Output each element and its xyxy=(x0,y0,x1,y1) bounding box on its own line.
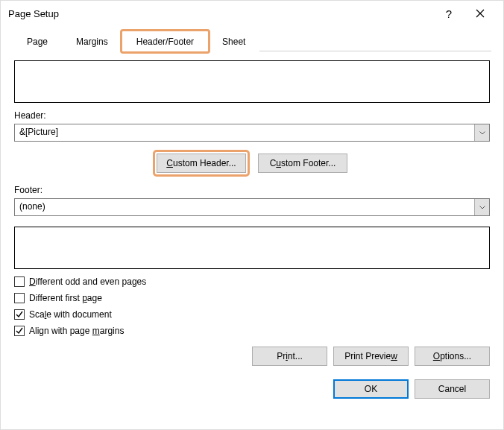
dialog-buttons-row: OK Cancel xyxy=(14,379,490,399)
footer-preview xyxy=(14,227,490,269)
check-row-scale[interactable]: Scale with document xyxy=(14,306,490,323)
check-row-diff-first[interactable]: Different first page xyxy=(14,290,490,306)
checkbox-scale[interactable] xyxy=(14,309,25,320)
header-combo[interactable]: &[Picture] xyxy=(14,124,490,142)
close-button[interactable] xyxy=(464,2,496,25)
check-icon xyxy=(15,326,24,335)
chevron-down-icon xyxy=(479,131,485,135)
options-checkboxes: Different odd and even pages Different f… xyxy=(14,274,490,339)
tab-sheet[interactable]: Sheet xyxy=(208,31,259,51)
header-combo-value: &[Picture] xyxy=(15,124,474,141)
tab-header-footer[interactable]: Header/Footer xyxy=(122,31,208,51)
chevron-down-icon xyxy=(479,206,485,209)
page-setup-dialog: Page Setup ? Page Margins Header/Footer … xyxy=(0,0,504,430)
close-icon xyxy=(476,9,485,18)
custom-header-highlight: Custom Header... xyxy=(157,154,246,173)
checkbox-diff-first[interactable] xyxy=(14,293,25,303)
custom-footer-button[interactable]: Custom Footer... xyxy=(258,154,347,173)
print-button[interactable]: Print... xyxy=(252,347,327,366)
custom-header-button[interactable]: Custom Header... xyxy=(157,154,246,173)
tab-content: Header: &[Picture] Custom Header... Cust… xyxy=(1,51,503,366)
checkbox-align[interactable] xyxy=(14,326,25,336)
options-button[interactable]: Options... xyxy=(415,347,490,366)
check-row-align[interactable]: Align with page margins xyxy=(14,323,490,339)
header-preview xyxy=(14,60,490,103)
label-diff-first: Different first page xyxy=(29,293,102,303)
header-label: Header: xyxy=(14,110,490,121)
ok-button[interactable]: OK xyxy=(333,379,409,399)
help-button[interactable]: ? xyxy=(433,2,464,25)
footer-label: Footer: xyxy=(14,185,490,195)
footer-combo-button[interactable] xyxy=(474,199,489,215)
cancel-button[interactable]: Cancel xyxy=(415,379,490,399)
checkbox-diff-odd-even[interactable] xyxy=(14,276,25,287)
footer-combo-value: (none) xyxy=(15,199,474,215)
tab-page[interactable]: Page xyxy=(13,31,62,51)
check-row-diff-odd-even[interactable]: Different odd and even pages xyxy=(14,274,490,290)
label-diff-odd-even: Different odd and even pages xyxy=(29,276,146,287)
label-scale: Scale with document xyxy=(29,309,112,320)
tabstrip: Page Margins Header/Footer Sheet xyxy=(13,31,491,51)
custom-buttons-row: Custom Header... Custom Footer... xyxy=(14,154,490,173)
tab-margins[interactable]: Margins xyxy=(62,31,122,51)
label-align: Align with page margins xyxy=(29,326,124,336)
check-icon xyxy=(15,310,24,319)
lower-buttons-row: Print... Print Preview Options... xyxy=(14,347,490,366)
titlebar: Page Setup ? xyxy=(1,1,503,26)
footer-combo[interactable]: (none) xyxy=(14,198,490,216)
header-combo-button[interactable] xyxy=(474,124,489,141)
dialog-title: Page Setup xyxy=(8,8,433,19)
print-preview-button[interactable]: Print Preview xyxy=(333,347,409,366)
